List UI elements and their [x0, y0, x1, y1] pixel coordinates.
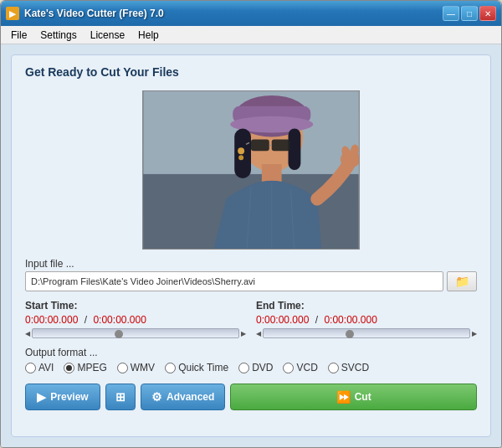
svg-rect-11: [272, 139, 290, 151]
input-file-section: Input file ... 📁: [25, 258, 477, 291]
input-file-row: 📁: [25, 271, 477, 291]
end-time-slider-container: ◀ ▶: [256, 328, 477, 338]
format-mpeg[interactable]: MPEG: [64, 362, 106, 373]
minimize-button[interactable]: —: [443, 6, 459, 21]
advanced-label: Advanced: [166, 391, 214, 403]
svg-point-18: [238, 155, 243, 160]
input-file-label: Input file ...: [25, 258, 477, 270]
start-time-values: 0:00:00.000 / 0:00:00.000: [25, 314, 246, 326]
format-quicktime-label: Quick Time: [178, 362, 228, 373]
radio-mpeg[interactable]: [64, 363, 74, 373]
browse-button[interactable]: 📁: [447, 271, 477, 291]
start-time-value1: 0:00:00.000: [25, 314, 78, 326]
grid-button[interactable]: ⊞: [105, 384, 136, 410]
window-title: Kate's Video Cutter (Free) 7.0: [24, 8, 164, 19]
radio-quicktime[interactable]: [165, 363, 176, 373]
end-time-values: 0:00:00.000 / 0:00:00.000: [256, 314, 477, 326]
format-dvd-label: DVD: [252, 362, 273, 373]
svg-rect-8: [289, 129, 301, 170]
end-time-slider[interactable]: [263, 328, 470, 338]
start-time-slider[interactable]: [32, 328, 239, 338]
video-preview: [142, 90, 360, 250]
menu-settings[interactable]: Settings: [33, 28, 83, 43]
menu-file[interactable]: File: [4, 28, 33, 43]
format-svcd-label: SVCD: [341, 362, 369, 373]
start-slider-right-arrow[interactable]: ▶: [241, 330, 246, 337]
menu-help[interactable]: Help: [131, 28, 166, 43]
start-time-slider-container: ◀ ▶: [25, 328, 246, 338]
output-format-label: Output format ...: [25, 347, 477, 358]
title-bar: ▶ Kate's Video Cutter (Free) 7.0 — □ ✕: [1, 1, 501, 26]
format-mpeg-label: MPEG: [77, 362, 106, 373]
preview-button[interactable]: ▶ Preview: [25, 384, 100, 410]
close-button[interactable]: ✕: [479, 6, 496, 21]
preview-label: Preview: [50, 391, 88, 403]
start-time-label: Start Time:: [25, 300, 246, 312]
format-dvd[interactable]: DVD: [238, 362, 273, 373]
folder-icon: 📁: [455, 275, 469, 288]
panel-title: Get Ready to Cut Your Files: [25, 65, 477, 79]
format-vcd-label: VCD: [296, 362, 317, 373]
end-slider-right-arrow[interactable]: ▶: [472, 330, 477, 337]
format-avi[interactable]: AVI: [25, 362, 54, 373]
start-time-value2: 0:00:00.000: [93, 314, 146, 326]
maximize-button[interactable]: □: [461, 6, 478, 21]
format-wmv-label: WMV: [131, 362, 155, 373]
radio-avi[interactable]: [25, 363, 36, 373]
format-options: AVI MPEG WMV Quick Time: [25, 362, 477, 373]
end-slider-thumb: [346, 330, 354, 338]
radio-wmv[interactable]: [117, 363, 128, 373]
radio-svcd[interactable]: [328, 363, 339, 373]
svg-point-17: [238, 147, 244, 154]
start-time-separator: /: [85, 314, 87, 326]
title-bar-left: ▶ Kate's Video Cutter (Free) 7.0: [6, 7, 164, 20]
format-svcd[interactable]: SVCD: [328, 362, 369, 373]
end-time-block: End Time: 0:00:00.000 / 0:00:00.000 ◀ ▶: [256, 300, 477, 338]
end-time-separator: /: [315, 314, 318, 326]
svg-rect-10: [251, 139, 269, 151]
start-slider-thumb: [115, 330, 123, 338]
end-time-value2: 0:00:00.000: [324, 314, 376, 326]
output-format-section: Output format ... AVI MPEG WMV: [25, 347, 477, 373]
start-time-block: Start Time: 0:00:00.000 / 0:00:00.000 ◀ …: [25, 300, 246, 338]
time-section: Start Time: 0:00:00.000 / 0:00:00.000 ◀ …: [25, 300, 477, 338]
main-panel: Get Ready to Cut Your Files: [11, 54, 491, 437]
grid-icon: ⊞: [115, 390, 126, 404]
title-buttons: — □ ✕: [443, 6, 496, 21]
cut-label: Cut: [355, 391, 371, 403]
main-content: Get Ready to Cut Your Files: [1, 44, 501, 447]
cut-button[interactable]: ⏩ Cut: [230, 384, 477, 410]
preview-icon: ▶: [37, 390, 46, 404]
main-window: ▶ Kate's Video Cutter (Free) 7.0 — □ ✕ F…: [0, 0, 502, 448]
start-slider-left-arrow[interactable]: ◀: [25, 330, 30, 337]
end-time-value1: 0:00:00.000: [256, 314, 309, 326]
cut-icon: ⏩: [336, 390, 351, 404]
advanced-icon: ⚙: [151, 390, 162, 404]
file-input[interactable]: [25, 271, 443, 291]
app-icon: ▶: [6, 7, 19, 20]
format-wmv[interactable]: WMV: [117, 362, 155, 373]
radio-dvd[interactable]: [238, 363, 249, 373]
format-avi-label: AVI: [38, 362, 54, 373]
menu-bar: File Settings License Help: [1, 26, 501, 44]
format-vcd[interactable]: VCD: [283, 362, 317, 373]
menu-license[interactable]: License: [84, 28, 131, 43]
end-slider-left-arrow[interactable]: ◀: [256, 330, 261, 337]
action-bar: ▶ Preview ⊞ ⚙ Advanced ⏩ Cut: [25, 382, 477, 410]
radio-vcd[interactable]: [283, 363, 294, 373]
format-quicktime[interactable]: Quick Time: [165, 362, 228, 373]
end-time-label: End Time:: [256, 300, 477, 312]
advanced-button[interactable]: ⚙ Advanced: [141, 384, 225, 410]
